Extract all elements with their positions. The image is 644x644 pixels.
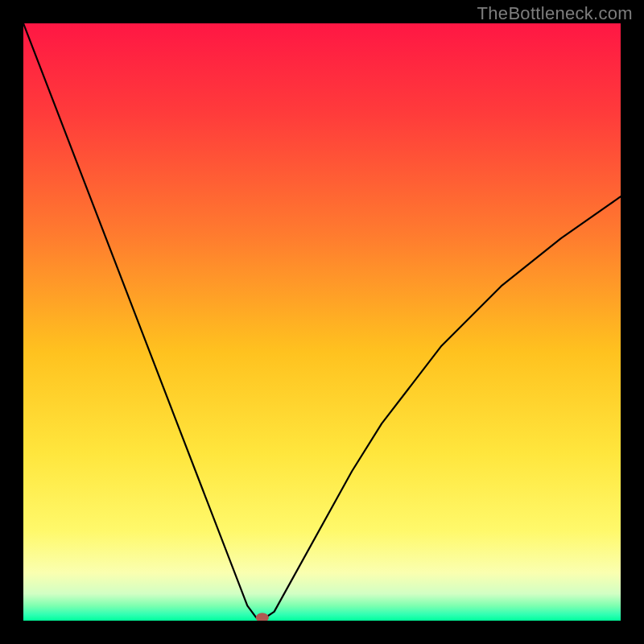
gradient-background	[23, 23, 621, 621]
watermark-text: TheBottleneck.com	[477, 3, 633, 24]
plot-area	[23, 23, 621, 621]
chart-frame: TheBottleneck.com	[0, 0, 644, 644]
bottleneck-chart	[23, 23, 621, 621]
